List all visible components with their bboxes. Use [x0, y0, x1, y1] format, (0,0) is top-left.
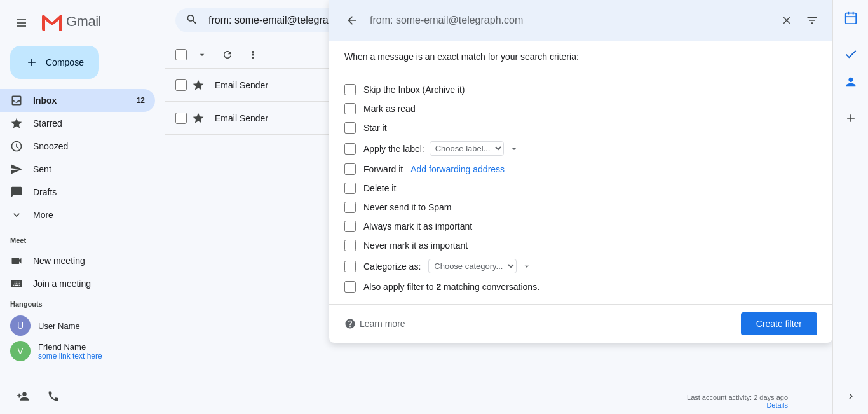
gmail-text: Gmail [66, 12, 111, 34]
option-mark-as-read: Mark as read [344, 99, 817, 118]
mark-as-read-label[interactable]: Mark as read [363, 104, 416, 114]
never-important-label[interactable]: Never mark it as important [363, 240, 468, 251]
email-sender-2: Email Sender [215, 113, 268, 123]
account-activity: Last account activity: 2 days ago Detail… [687, 394, 788, 409]
inbox-count: 12 [137, 96, 145, 105]
calendar-icon[interactable] [838, 5, 864, 31]
add-forwarding-address-link[interactable]: Add forwarding address [410, 164, 505, 174]
drafts-label: Drafts [33, 187, 145, 197]
never-spam-label[interactable]: Never send it to Spam [363, 202, 452, 212]
dialog-back-button[interactable] [339, 8, 365, 33]
video-icon [10, 254, 23, 267]
hangout-avatar-2: V [10, 341, 31, 361]
snoozed-label: Snoozed [33, 141, 145, 151]
star-email-2-icon[interactable] [192, 112, 205, 125]
refresh-icon[interactable] [217, 45, 238, 65]
option-never-important: Never mark it as important [344, 236, 817, 255]
categorize-label[interactable]: Categorize as: Choose category... Primar… [363, 259, 532, 273]
skip-inbox-label[interactable]: Skip the Inbox (Archive it) [363, 85, 465, 95]
never-important-checkbox[interactable] [344, 240, 356, 251]
keyboard-icon [10, 277, 23, 290]
right-sidebar [832, 0, 868, 414]
more-chevron-icon [10, 209, 23, 221]
help-circle-icon [344, 318, 356, 329]
select-dropdown-icon[interactable] [192, 45, 212, 65]
hangout-info-2: Friend Name some link text here [38, 342, 102, 361]
svg-rect-2 [17, 25, 26, 27]
compose-button[interactable]: Compose [10, 46, 99, 79]
svg-text:Gmail: Gmail [66, 13, 101, 29]
hangout-user-2[interactable]: V Friend Name some link text here [10, 338, 155, 364]
drafts-icon [10, 186, 23, 198]
star-it-label[interactable]: Star it [363, 123, 387, 133]
contacts-icon[interactable] [838, 69, 864, 95]
option-categorize: Categorize as: Choose category... Primar… [344, 255, 817, 277]
inbox-label: Inbox [33, 95, 137, 106]
hamburger-menu-icon[interactable] [10, 10, 36, 36]
expand-right-sidebar-icon[interactable] [838, 383, 864, 409]
category-select-chevron-icon [522, 261, 532, 272]
apply-label-label[interactable]: Apply the label: Choose label... Inbox S… [363, 141, 519, 156]
mark-as-read-checkbox[interactable] [344, 103, 356, 114]
option-apply-label: Apply the label: Choose label... Inbox S… [344, 137, 817, 160]
hangout-user-1[interactable]: U User Name [10, 313, 155, 338]
sidebar-item-starred[interactable]: Starred [0, 112, 155, 135]
compose-label: Compose [46, 57, 84, 67]
categorize-checkbox[interactable] [344, 261, 356, 272]
inbox-icon [10, 94, 23, 107]
sidebar-item-sent[interactable]: Sent [0, 158, 155, 181]
star-email-1-icon[interactable] [192, 79, 205, 92]
right-sidebar-divider-2 [843, 100, 858, 100]
option-star-it: Star it [344, 118, 817, 137]
also-apply-checkbox[interactable] [344, 281, 356, 293]
dialog-search-bar [329, 0, 832, 41]
email-checkbox-2[interactable] [175, 113, 187, 124]
add-app-button[interactable] [838, 106, 864, 131]
main-area: from: some-email@telegraph.com U [165, 0, 832, 414]
sidebar-item-more[interactable]: More [0, 204, 155, 226]
also-apply-label[interactable]: Also apply filter to 2 matching conversa… [363, 282, 539, 292]
label-select[interactable]: Choose label... Inbox Spam Trash [430, 141, 504, 156]
learn-more-link[interactable]: Learn more [344, 318, 405, 329]
sidebar-item-snoozed[interactable]: Snoozed [0, 135, 155, 158]
learn-more-text: Learn more [360, 319, 405, 329]
categorize-text: Categorize as: [363, 261, 421, 272]
snoozed-icon [10, 140, 23, 153]
sidebar-nav: Inbox 12 Starred Snoozed Sent Drafts [0, 89, 165, 226]
sidebar-item-new-meeting[interactable]: New meeting [0, 249, 165, 272]
always-important-checkbox[interactable] [344, 221, 356, 232]
delete-it-label[interactable]: Delete it [363, 183, 396, 193]
svg-rect-0 [17, 19, 26, 20]
sidebar-item-join-meeting[interactable]: Join a meeting [0, 272, 165, 295]
hangouts-title: Hangouts [10, 300, 155, 308]
email-checkbox-1[interactable] [175, 79, 187, 91]
dialog-search-input[interactable] [370, 15, 771, 26]
dialog-clear-icon[interactable] [776, 10, 797, 31]
account-activity-details-link[interactable]: Details [766, 401, 788, 409]
filter-dialog: When a message is an exact match for you… [329, 0, 832, 343]
hangout-avatar-1: U [10, 315, 31, 336]
sent-label: Sent [33, 164, 145, 174]
never-spam-checkbox[interactable] [344, 202, 356, 213]
category-select[interactable]: Choose category... Primary Social Promot… [428, 259, 517, 273]
sidebar-item-drafts[interactable]: Drafts [0, 181, 155, 204]
sidebar: Gmail Compose Inbox 12 Starred [0, 0, 165, 414]
forward-it-checkbox[interactable] [344, 163, 356, 175]
star-it-checkbox[interactable] [344, 122, 356, 134]
delete-it-checkbox[interactable] [344, 183, 356, 194]
more-options-icon[interactable] [243, 45, 263, 65]
phone-icon[interactable] [41, 383, 66, 409]
hangout-name-1: User Name [38, 321, 80, 331]
always-important-label[interactable]: Always mark it as important [363, 221, 472, 231]
create-filter-button[interactable]: Create filter [741, 312, 817, 335]
dialog-options-icon[interactable] [802, 10, 822, 31]
apply-label-checkbox[interactable] [344, 143, 356, 155]
tasks-icon[interactable] [838, 41, 864, 67]
forward-it-label[interactable]: Forward it Add forwarding address [363, 164, 505, 174]
select-all-checkbox[interactable] [175, 49, 187, 60]
skip-inbox-checkbox[interactable] [344, 84, 356, 95]
gmail-logo[interactable]: Gmail [41, 11, 111, 34]
add-people-icon[interactable] [10, 383, 36, 409]
sidebar-item-inbox[interactable]: Inbox 12 [0, 89, 155, 112]
apply-label-text: Apply the label: [363, 144, 424, 154]
